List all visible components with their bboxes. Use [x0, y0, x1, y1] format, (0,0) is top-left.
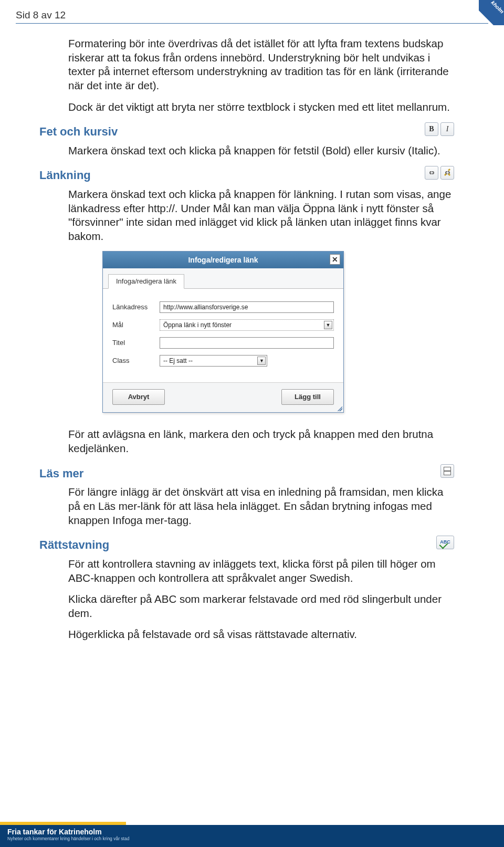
heading-lankning: Länkning: [39, 168, 91, 183]
paragraph-fetkursiv: Markera önskad text och klicka på knappe…: [68, 144, 454, 158]
bold-icon[interactable]: B: [425, 122, 438, 136]
italic-icon[interactable]: I: [440, 122, 454, 136]
dialog-tabs: Infoga/redigera länk: [103, 268, 343, 289]
footer-title: Fria tankar för Katrineholm: [7, 828, 497, 836]
resize-grip-icon[interactable]: [336, 405, 342, 411]
page-number: Sid 8 av 12: [0, 0, 504, 22]
paragraph-ratt-2: Klicka därefter på ABC som markerar fels…: [68, 592, 454, 620]
paragraph-remove-link: För att avlägsna en länk, markera den oc…: [68, 427, 454, 455]
corner-logo: kholm: [479, 0, 504, 25]
paragraph-ratt-1: För att kontrollera stavning av inlägget…: [68, 557, 454, 585]
heading-fet-och-kursiv: Fet och kursiv: [39, 124, 118, 140]
title-label: Titel: [112, 339, 160, 348]
dialog-tab-main[interactable]: Infoga/redigera länk: [108, 274, 184, 289]
class-label: Class: [112, 357, 160, 365]
ok-button[interactable]: Lägg till: [281, 389, 334, 405]
dialog-title: Infoga/redigera länk: [188, 255, 258, 265]
title-input[interactable]: [160, 337, 334, 349]
heading-las-mer: Läs mer: [39, 466, 83, 482]
unlink-icon[interactable]: [440, 166, 454, 180]
url-input[interactable]: http://www.alliansforsverige.se: [160, 301, 334, 313]
cancel-button[interactable]: Avbryt: [112, 389, 165, 405]
paragraph-formatting: Formatering bör inte överdrivas då det i…: [68, 37, 454, 93]
heading-rattstavning: Rättstavning: [39, 538, 109, 553]
url-label: Länkadress: [112, 303, 160, 312]
target-label: Mål: [112, 321, 160, 330]
dialog-close-button[interactable]: ✕: [330, 254, 340, 265]
chevron-down-icon[interactable]: ▼: [257, 357, 266, 365]
class-select[interactable]: -- Ej satt -- ▼: [160, 355, 267, 367]
link-icon[interactable]: [425, 166, 438, 180]
paragraph-lasmer: För längre inlägg är det önskvärt att vi…: [68, 485, 454, 527]
paragraph-ratt-3: Högerklicka på felstavade ord så visas r…: [68, 628, 454, 642]
target-select[interactable]: Öppna länk i nytt fönster ▼: [160, 319, 334, 331]
spellcheck-icon[interactable]: ABC: [436, 536, 454, 549]
more-tag-icon[interactable]: [440, 464, 454, 478]
footer-subtitle: Nyheter och kommentarer kring händelser …: [7, 836, 497, 841]
paragraph-textblock: Dock är det viktigt att bryta ner större…: [68, 100, 454, 114]
page-footer: Fria tankar för Katrineholm Nyheter och …: [0, 825, 504, 847]
chevron-down-icon[interactable]: ▼: [324, 321, 332, 329]
link-dialog: Infoga/redigera länk ✕ Infoga/redigera l…: [102, 251, 344, 413]
paragraph-lankning: Markera önskad text och klicka på knappe…: [68, 187, 454, 244]
dialog-titlebar: Infoga/redigera länk ✕: [103, 252, 343, 268]
